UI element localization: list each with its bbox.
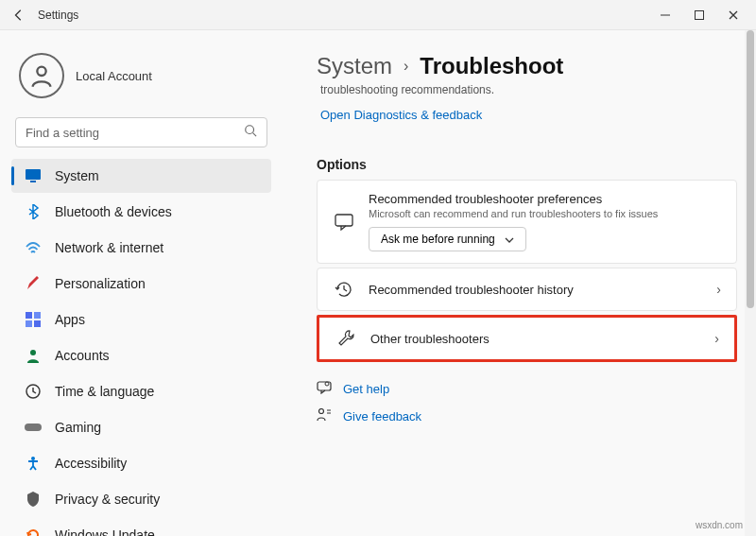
minimize-button[interactable] [658, 8, 673, 23]
nav-network[interactable]: Network & internet [11, 231, 271, 265]
nav-bluetooth[interactable]: Bluetooth & devices [11, 195, 271, 229]
preferences-card: Recommended troubleshooter preferences M… [317, 180, 737, 264]
nav-windows-update[interactable]: Windows Update [11, 518, 271, 536]
pref-subtitle: Microsoft can recommend and run troubles… [369, 208, 721, 219]
nav-label: Personalization [55, 276, 146, 291]
bluetooth-icon [25, 203, 42, 220]
other-title: Other troubleshooters [370, 332, 701, 346]
chat-icon [333, 214, 355, 231]
header-subtext: troubleshooting recommendations. [320, 83, 737, 96]
help-icon [317, 381, 334, 397]
close-button[interactable] [726, 8, 741, 23]
nav-label: Gaming [55, 420, 101, 435]
titlebar: Settings [0, 0, 756, 30]
nav-apps[interactable]: Apps [11, 303, 271, 337]
help-links: Get help Give feedback [317, 381, 737, 424]
other-troubleshooters-card[interactable]: Other troubleshooters › [317, 315, 737, 362]
nav-accessibility[interactable]: Accessibility [11, 446, 271, 480]
give-feedback-label: Give feedback [343, 409, 421, 424]
nav-label: Accessibility [55, 456, 127, 471]
gaming-icon [25, 419, 42, 436]
nav-label: Bluetooth & devices [55, 204, 172, 219]
arrow-left-icon [12, 9, 26, 22]
history-card[interactable]: Recommended troubleshooter history › [317, 268, 737, 311]
main-content: System › Troubleshoot troubleshooting re… [279, 30, 756, 536]
breadcrumb-current: Troubleshoot [420, 53, 563, 79]
nav-gaming[interactable]: Gaming [11, 410, 271, 444]
accessibility-icon [25, 455, 42, 472]
personalization-icon [25, 275, 42, 292]
clock-icon [25, 383, 42, 400]
svg-point-18 [319, 409, 324, 414]
person-icon [28, 62, 55, 89]
svg-rect-8 [34, 312, 41, 319]
svg-rect-6 [30, 181, 36, 182]
nav-time-language[interactable]: Time & language [11, 374, 271, 408]
nav-personalization[interactable]: Personalization [11, 267, 271, 301]
nav-label: Apps [55, 312, 85, 327]
scrollbar-thumb[interactable] [747, 30, 754, 308]
nav-label: Privacy & security [55, 492, 160, 507]
avatar [19, 53, 64, 98]
svg-rect-15 [335, 215, 352, 226]
chevron-right-icon: › [404, 58, 408, 75]
update-icon [25, 527, 42, 536]
system-icon [25, 167, 42, 184]
network-icon [25, 239, 42, 256]
svg-point-11 [30, 350, 36, 355]
dropdown-label: Ask me before running [381, 233, 495, 246]
nav-privacy[interactable]: Privacy & security [11, 482, 271, 516]
account-row[interactable]: Local Account [4, 45, 279, 113]
nav-accounts[interactable]: Accounts [11, 338, 271, 372]
svg-rect-13 [25, 424, 42, 431]
get-help-label: Get help [343, 382, 389, 396]
nav-label: Accounts [55, 348, 110, 363]
svg-point-2 [37, 67, 45, 76]
options-heading: Options [317, 157, 737, 172]
svg-rect-10 [34, 320, 41, 327]
back-button[interactable] [8, 4, 30, 26]
svg-rect-1 [696, 10, 704, 19]
maximize-button[interactable] [692, 8, 707, 23]
diagnostics-link[interactable]: Open Diagnostics & feedback [320, 108, 482, 122]
search-placeholder: Find a setting [26, 126, 99, 140]
svg-line-4 [253, 133, 257, 137]
give-feedback-link[interactable]: Give feedback [317, 408, 737, 424]
wrench-icon [335, 329, 357, 348]
pref-title: Recommended troubleshooter preferences [369, 192, 721, 206]
chevron-right-icon: › [716, 282, 721, 297]
pref-dropdown[interactable]: Ask me before running [369, 227, 526, 251]
search-input[interactable]: Find a setting [15, 117, 267, 147]
account-name: Local Account [76, 69, 152, 83]
breadcrumb-parent[interactable]: System [317, 53, 392, 79]
get-help-link[interactable]: Get help [317, 381, 737, 397]
svg-rect-9 [26, 320, 32, 327]
nav-label: Time & language [55, 384, 154, 399]
nav-label: Windows Update [55, 527, 155, 536]
svg-rect-5 [26, 169, 41, 180]
nav-label: System [55, 168, 99, 183]
chevron-down-icon [505, 233, 514, 246]
history-title: Recommended troubleshooter history [369, 283, 703, 297]
window-title: Settings [38, 9, 78, 22]
window-controls [658, 8, 748, 23]
breadcrumb: System › Troubleshoot [317, 53, 737, 79]
search-icon [244, 124, 257, 141]
svg-point-14 [31, 457, 35, 460]
history-icon [333, 280, 355, 299]
chevron-right-icon: › [714, 331, 719, 346]
scrollbar[interactable] [745, 30, 756, 536]
svg-point-17 [325, 382, 329, 386]
nav-system[interactable]: System [11, 159, 271, 193]
svg-rect-7 [26, 312, 32, 319]
apps-icon [25, 311, 42, 328]
svg-point-3 [246, 126, 254, 134]
feedback-icon [317, 408, 334, 424]
accounts-icon [25, 347, 42, 364]
watermark: wsxdn.com [696, 520, 743, 530]
nav-label: Network & internet [55, 240, 163, 255]
sidebar: Local Account Find a setting System Blue… [0, 30, 279, 536]
shield-icon [25, 491, 42, 508]
